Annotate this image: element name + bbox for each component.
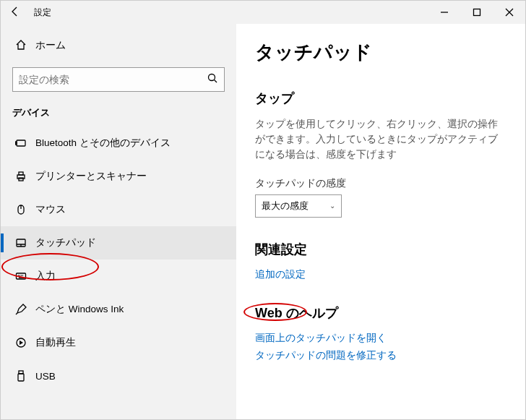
touchpad-icon — [15, 237, 35, 249]
sidebar-item-label: タッチパッド — [35, 236, 96, 249]
sidebar-item-bluetooth[interactable]: Bluetooth とその他のデバイス — [1, 127, 236, 160]
sidebar-item-printers[interactable]: プリンターとスキャナー — [1, 160, 236, 193]
autoplay-icon — [15, 337, 35, 348]
arrow-left-icon — [9, 6, 21, 17]
close-button[interactable] — [493, 1, 525, 24]
svg-rect-2 — [17, 140, 25, 146]
help-link-open-touchpad[interactable]: 画面上のタッチパッドを開く — [255, 332, 506, 345]
svg-point-1 — [209, 74, 215, 81]
section-heading-tap: タップ — [255, 90, 506, 107]
printer-icon — [15, 171, 35, 182]
sensitivity-dropdown[interactable]: 最大の感度 ⌄ — [255, 194, 342, 218]
sidebar-item-pen[interactable]: ペンと Windows Ink — [1, 293, 236, 326]
help-link-fix-touchpad[interactable]: タッチパッドの問題を修正する — [255, 349, 506, 362]
search-input[interactable] — [19, 74, 207, 85]
additional-settings-link[interactable]: 追加の設定 — [255, 268, 506, 281]
tap-description: タップを使用してクリック、右クリック、選択の操作ができます。入力しているときにタ… — [255, 117, 506, 163]
nav-list: Bluetooth とその他のデバイス プリンターとスキャナー マウス タッチパ… — [1, 127, 236, 393]
sensitivity-label: タッチパッドの感度 — [255, 177, 506, 190]
settings-window: 設定 ホーム デバイス Bluetooth とその他のデバイス — [0, 0, 526, 420]
back-button[interactable] — [1, 6, 30, 20]
window-body: ホーム デバイス Bluetooth とその他のデバイス プリンターとスキャナー — [1, 24, 525, 419]
svg-rect-6 — [19, 178, 23, 181]
svg-rect-5 — [19, 172, 23, 175]
chevron-down-icon: ⌄ — [329, 202, 335, 210]
maximize-button[interactable] — [460, 1, 493, 24]
minimize-button[interactable] — [428, 1, 460, 24]
titlebar: 設定 — [1, 1, 525, 24]
maximize-icon — [471, 7, 483, 18]
search-icon — [207, 72, 218, 87]
svg-rect-3 — [16, 142, 17, 145]
sidebar-item-label: プリンターとスキャナー — [35, 170, 147, 183]
keyboard-icon — [15, 270, 35, 282]
minimize-icon — [439, 7, 450, 18]
sidebar-item-label: Bluetooth とその他のデバイス — [35, 137, 171, 150]
home-label: ホーム — [35, 39, 66, 52]
sidebar-item-autoplay[interactable]: 自動再生 — [1, 326, 236, 359]
window-controls — [428, 1, 525, 24]
page-title: タッチパッド — [255, 40, 506, 65]
search-box[interactable] — [12, 67, 225, 92]
mouse-icon — [15, 204, 35, 215]
svg-rect-9 — [17, 273, 26, 279]
sidebar-item-label: 入力 — [35, 270, 56, 283]
sidebar-item-touchpad[interactable]: タッチパッド — [1, 226, 236, 260]
sidebar-item-label: マウス — [35, 203, 66, 216]
svg-rect-12 — [18, 374, 24, 381]
sidebar-item-usb[interactable]: USB — [1, 359, 236, 393]
pen-icon — [15, 304, 35, 315]
content-pane: タッチパッド タップ タップを使用してクリック、右クリック、選択の操作ができます… — [236, 24, 525, 419]
sidebar: ホーム デバイス Bluetooth とその他のデバイス プリンターとスキャナー — [1, 24, 236, 419]
sidebar-item-label: USB — [35, 371, 56, 382]
usb-icon — [15, 370, 35, 382]
close-icon — [504, 7, 515, 18]
device-icon — [15, 137, 35, 149]
sidebar-item-typing[interactable]: 入力 — [1, 260, 236, 293]
category-heading: デバイス — [1, 102, 236, 127]
dropdown-value: 最大の感度 — [262, 200, 309, 213]
sidebar-item-label: ペンと Windows Ink — [35, 303, 124, 316]
sidebar-item-mouse[interactable]: マウス — [1, 193, 236, 226]
home-icon — [15, 39, 35, 53]
sidebar-item-label: 自動再生 — [35, 336, 76, 349]
home-button[interactable]: ホーム — [1, 30, 236, 61]
svg-rect-0 — [473, 9, 480, 16]
section-heading-help: Web のヘルプ — [255, 304, 506, 322]
window-title: 設定 — [34, 7, 51, 19]
section-heading-related: 関連設定 — [255, 241, 506, 258]
